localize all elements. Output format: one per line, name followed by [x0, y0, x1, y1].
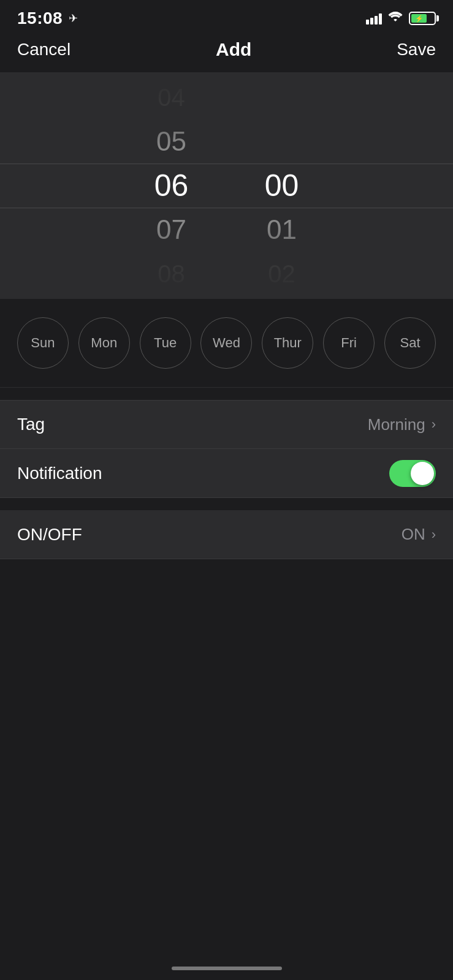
- tag-chevron-icon: ›: [432, 417, 436, 432]
- minute-item-02[interactable]: 02: [245, 252, 319, 296]
- notification-label: Notification: [17, 464, 102, 483]
- minute-item-01[interactable]: 01: [245, 208, 319, 252]
- day-tue[interactable]: Tue: [140, 317, 191, 369]
- hour-item-08[interactable]: 08: [135, 252, 208, 296]
- onoff-value-container: ON ›: [402, 525, 436, 544]
- day-sun[interactable]: Sun: [17, 317, 69, 369]
- cancel-button[interactable]: Cancel: [17, 40, 70, 59]
- separator-gap: [0, 498, 453, 510]
- day-sat[interactable]: Sat: [384, 317, 436, 369]
- tag-label: Tag: [17, 415, 45, 434]
- selection-line-bottom: [0, 208, 453, 208]
- onoff-chevron-icon: ›: [432, 527, 436, 543]
- battery-icon: ⚡: [409, 12, 436, 25]
- onoff-value: ON: [402, 525, 425, 544]
- hour-column[interactable]: 03 04 05 06 07 08 09: [135, 72, 208, 299]
- status-bar: 15:08 ✈ ⚡: [0, 0, 453, 33]
- tag-value: Morning: [368, 415, 425, 434]
- minute-item-03[interactable]: 03: [245, 296, 319, 299]
- day-thur[interactable]: Thur: [262, 317, 313, 369]
- minute-item-empty2[interactable]: [245, 75, 319, 119]
- day-mon[interactable]: Mon: [78, 317, 130, 369]
- minute-item-empty3[interactable]: [245, 119, 319, 164]
- day-fri[interactable]: Fri: [323, 317, 375, 369]
- day-wed[interactable]: Wed: [200, 317, 252, 369]
- hour-item-07[interactable]: 07: [135, 208, 208, 252]
- hour-item-05[interactable]: 05: [135, 119, 208, 164]
- hour-item-09[interactable]: 09: [135, 296, 208, 299]
- onoff-label: ON/OFF: [17, 525, 82, 545]
- page-title: Add: [216, 39, 251, 60]
- minute-column[interactable]: 00 01 02 03: [245, 72, 319, 299]
- minute-item-00-selected[interactable]: 00: [245, 164, 319, 208]
- hour-item-04[interactable]: 04: [135, 75, 208, 119]
- time-columns: 03 04 05 06 07 08 09 00 01 02 03: [135, 72, 319, 299]
- notification-toggle[interactable]: [389, 460, 436, 487]
- save-button[interactable]: Save: [397, 40, 436, 59]
- settings-section: Tag Morning › Notification ON/OFF ON ›: [0, 400, 453, 559]
- notification-row[interactable]: Notification: [0, 449, 453, 498]
- tag-row[interactable]: Tag Morning ›: [0, 400, 453, 449]
- days-section: Sun Mon Tue Wed Thur Fri Sat: [0, 299, 453, 388]
- status-time: 15:08: [17, 9, 63, 28]
- hour-item-06-selected[interactable]: 06: [135, 164, 208, 208]
- onoff-row[interactable]: ON/OFF ON ›: [0, 510, 453, 559]
- time-picker[interactable]: 03 04 05 06 07 08 09 00 01 02 03: [0, 72, 453, 299]
- home-indicator: [172, 967, 282, 970]
- selection-line-top: [0, 164, 453, 164]
- location-icon: ✈: [69, 12, 78, 25]
- wifi-icon: [388, 12, 403, 26]
- nav-bar: Cancel Add Save: [0, 33, 453, 72]
- toggle-knob: [411, 462, 434, 485]
- tag-value-container: Morning ›: [368, 415, 436, 434]
- status-icons: ⚡: [366, 12, 436, 26]
- signal-icon: [366, 12, 382, 24]
